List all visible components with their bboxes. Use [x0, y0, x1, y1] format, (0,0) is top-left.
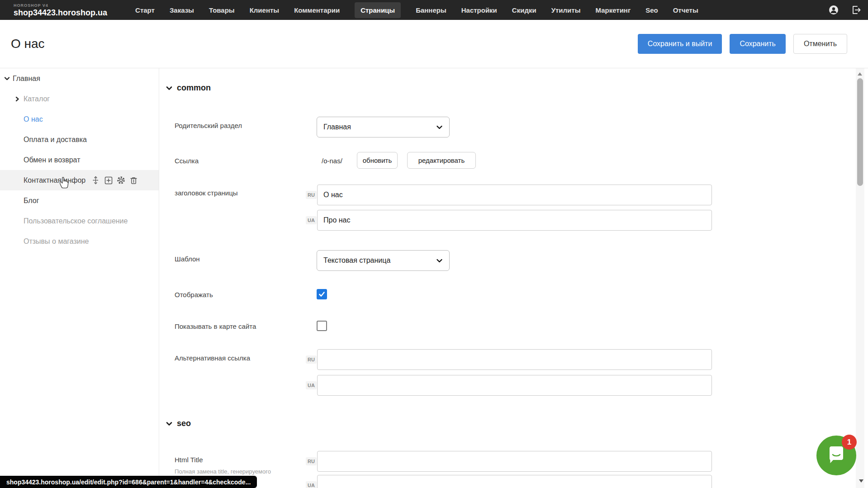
account-icon[interactable]	[828, 5, 839, 15]
chevron-down-icon	[436, 124, 443, 131]
save-button[interactable]: Сохранить	[730, 34, 786, 54]
alt-link-label: Альтернативная ссылка	[175, 354, 250, 362]
tree-item-obmen[interactable]: Обмен и возврат	[0, 150, 159, 170]
main-nav: Старт Заказы Товары Клиенты Комментарии …	[135, 2, 698, 18]
tree-item-label: Блог	[24, 197, 39, 205]
brand-version: HOROSHOP V4	[14, 4, 107, 8]
page-title-ua-input[interactable]	[317, 210, 712, 231]
alt-link-ua-row: UA	[306, 375, 712, 396]
gear-icon[interactable]	[117, 176, 125, 185]
nav-item-settings[interactable]: Настройки	[461, 2, 497, 18]
tree-item-label: Контактная инфор	[24, 176, 85, 185]
check-icon	[318, 291, 325, 298]
sitemap-label: Показывать в карте сайта	[175, 322, 256, 330]
tree-item-label: О нас	[24, 115, 43, 123]
cancel-button[interactable]: Отменить	[793, 34, 847, 54]
chevron-right-icon[interactable]	[14, 96, 20, 102]
add-page-icon[interactable]	[104, 176, 113, 185]
save-and-exit-button[interactable]: Сохранить и выйти	[638, 34, 722, 54]
topbar-right	[828, 5, 862, 15]
nav-item-orders[interactable]: Заказы	[170, 2, 194, 18]
tree-item-katalog[interactable]: Каталог	[0, 89, 159, 109]
nav-item-products[interactable]: Товары	[209, 2, 235, 18]
page-title: О нас	[11, 37, 45, 51]
link-preview-url: shop34423.horoshop.ua/edit/edit.php?id=6…	[6, 479, 251, 486]
nav-item-pages[interactable]: Страницы	[355, 2, 401, 18]
header-buttons: Сохранить и выйти Сохранить Отменить	[638, 34, 847, 54]
nav-item-discounts[interactable]: Скидки	[512, 2, 536, 18]
link-refresh-button[interactable]: обновить	[357, 152, 398, 169]
tree-item-oplata[interactable]: Оплата и доставка	[0, 129, 159, 150]
trash-icon[interactable]	[129, 176, 138, 185]
chevron-down-icon	[436, 257, 443, 264]
scroll-up-arrow-icon[interactable]	[858, 72, 862, 76]
tree-item-glavnaya[interactable]: Главная	[0, 68, 159, 89]
section-seo-toggle[interactable]: seo	[166, 419, 191, 428]
link-label: Ссылка	[175, 157, 199, 165]
lang-tag-ru: RU	[306, 457, 317, 465]
chat-bubble-icon	[826, 445, 847, 465]
tree-item-label: Каталог	[24, 95, 50, 103]
section-seo-label: seo	[177, 419, 191, 428]
lang-tag-ru: RU	[306, 191, 317, 199]
page-title-label: заголовок страницы	[175, 189, 238, 197]
chevron-down-icon[interactable]	[4, 76, 10, 81]
mouse-cursor-hand	[58, 176, 70, 191]
tree-item-soglashenie[interactable]: Пользовательское соглашение	[0, 211, 159, 231]
alt-link-ru-input[interactable]	[317, 349, 712, 370]
html-title-ru-input[interactable]	[317, 451, 712, 472]
parent-section-value: Главная	[323, 123, 351, 131]
nav-item-seo[interactable]: Seo	[645, 2, 658, 18]
tree-item-actions	[91, 176, 138, 185]
page-title-ua-row: UA	[306, 210, 712, 231]
link-edit-button[interactable]: редактировать	[407, 152, 476, 169]
html-title-ru-row: RU	[306, 451, 712, 472]
parent-section-select[interactable]: Главная	[317, 117, 450, 137]
logout-icon[interactable]	[851, 5, 862, 15]
html-title-ua-input[interactable]	[317, 475, 712, 488]
scrollbar-thumb[interactable]	[857, 78, 863, 186]
lang-tag-ru: RU	[306, 355, 317, 364]
page-edit-form: common Родительский раздел Главная Ссылк…	[160, 68, 865, 488]
template-select[interactable]: Текстовая страница	[317, 250, 450, 271]
chat-unread-badge: 1	[842, 435, 857, 450]
html-title-hint: Полная замена title, генерируемого	[175, 468, 271, 475]
alt-link-ua-input[interactable]	[317, 375, 712, 396]
nav-item-marketing[interactable]: Маркетинг	[595, 2, 631, 18]
alt-link-ru-row: RU	[306, 349, 712, 370]
vertical-scrollbar[interactable]	[856, 68, 864, 488]
link-preview-statusbar: shop34423.horoshop.ua/edit/edit.php?id=6…	[0, 476, 257, 488]
lang-tag-ua: UA	[306, 381, 317, 389]
scroll-down-arrow-icon[interactable]	[859, 479, 863, 483]
move-icon[interactable]	[91, 176, 100, 185]
nav-item-clients[interactable]: Клиенты	[250, 2, 279, 18]
chevron-down-icon	[166, 85, 172, 91]
page-header: О нас Сохранить и выйти Сохранить Отмени…	[0, 20, 868, 68]
brand[interactable]: HOROSHOP V4 shop34423.horoshop.ua	[14, 4, 107, 17]
display-label: Отображать	[175, 291, 213, 298]
top-bar: HOROSHOP V4 shop34423.horoshop.ua Старт …	[0, 0, 868, 20]
sitemap-checkbox[interactable]	[317, 321, 327, 331]
tree-item-kontaktnaya[interactable]: Контактная инфор	[0, 170, 159, 190]
tree-item-otzyvy[interactable]: Отзывы о магазине	[0, 231, 159, 251]
tree-item-o-nas[interactable]: О нас	[0, 109, 159, 129]
nav-item-reports[interactable]: Отчеты	[673, 2, 698, 18]
tree-item-label: Пользовательское соглашение	[24, 217, 128, 225]
section-common-toggle[interactable]: common	[166, 83, 211, 93]
page-title-ru-row: RU	[306, 185, 712, 205]
tree-item-blog[interactable]: Блог	[0, 190, 159, 211]
template-label: Шаблон	[175, 255, 200, 263]
page-title-ru-input[interactable]	[317, 185, 712, 205]
display-checkbox[interactable]	[317, 289, 327, 299]
nav-item-start[interactable]: Старт	[135, 2, 155, 18]
nav-item-comments[interactable]: Комментарии	[294, 2, 340, 18]
link-path-value: /o-nas/	[322, 157, 342, 165]
template-value: Текстовая страница	[323, 256, 390, 265]
nav-item-utilities[interactable]: Утилиты	[551, 2, 581, 18]
brand-domain: shop34423.horoshop.ua	[14, 9, 107, 17]
tree-item-label: Оплата и доставка	[24, 136, 87, 144]
lang-tag-ua: UA	[306, 481, 317, 488]
nav-item-banners[interactable]: Баннеры	[416, 2, 446, 18]
html-title-label: Html Title	[175, 456, 203, 464]
lang-tag-ua: UA	[306, 216, 317, 224]
